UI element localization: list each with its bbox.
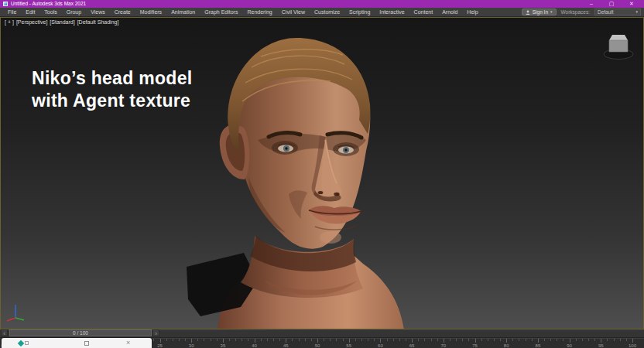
ruler-tick — [374, 339, 375, 341]
ruler-tick — [179, 339, 180, 341]
menu-item-graph-editors[interactable]: Graph Editors — [200, 8, 242, 17]
ruler-tick — [248, 339, 248, 341]
workspace-caret-icon: ▾ — [635, 9, 638, 15]
menu-item-interactive[interactable]: Interactive — [375, 8, 409, 17]
ruler-label: 35 — [221, 343, 226, 348]
ruler-tick — [166, 339, 167, 341]
y-axis — [15, 318, 24, 320]
ruler-label: 45 — [283, 343, 289, 348]
viewport-label-segment-default-shading[interactable]: [Default Shading] — [77, 19, 119, 25]
ruler-tick — [191, 339, 192, 343]
ruler-label: 25 — [157, 343, 163, 348]
viewport-label-segment-standard[interactable]: [Standard] — [50, 19, 74, 25]
ruler-label: 75 — [472, 343, 478, 348]
ruler-label: 80 — [504, 343, 509, 348]
viewcube-top-face[interactable] — [609, 35, 628, 40]
ruler-tick — [601, 339, 601, 343]
window-title: Untitled - Autodesk 3ds Max 2021 — [11, 0, 587, 8]
chin-highlight — [320, 231, 341, 244]
ruler-tick — [412, 339, 413, 343]
ruler-tick — [626, 339, 627, 341]
ruler-tick — [526, 339, 526, 341]
ruler-tick — [311, 339, 312, 341]
ruler-tick — [336, 339, 337, 341]
menu-item-customize[interactable]: Customize — [310, 8, 344, 17]
ruler-tick — [242, 339, 242, 341]
workspace-value: Default — [598, 9, 614, 15]
ruler-tick — [153, 339, 154, 341]
ruler-label: 60 — [378, 343, 383, 348]
menu-item-create[interactable]: Create — [110, 8, 135, 17]
popup-maximize-icon[interactable] — [84, 341, 89, 346]
viewport-label-segment-[interactable]: [ + ] — [5, 19, 14, 25]
menu-item-tools[interactable]: Tools — [39, 8, 61, 17]
ruler-tick — [286, 339, 286, 343]
menu-item-group[interactable]: Group — [62, 8, 86, 17]
ruler-tick — [532, 339, 533, 341]
ruler-tick — [424, 339, 425, 341]
ruler-tick — [418, 339, 419, 341]
ruler-tick — [506, 339, 507, 343]
ruler-tick — [387, 339, 388, 341]
menu-item-help[interactable]: Help — [462, 8, 482, 17]
viewport-label: [ + ][Perspective][Standard][Default Sha… — [5, 19, 118, 25]
menu-item-scripting[interactable]: Scripting — [344, 8, 375, 17]
ruler-tick — [292, 339, 293, 341]
window-controls: – ▢ ✕ — [587, 0, 636, 8]
menubar: FileEditToolsGroupViewsCreateModifiersAn… — [0, 8, 644, 17]
ruler-tick — [582, 339, 583, 341]
ruler-tick — [255, 339, 255, 343]
menu-item-file[interactable]: File — [3, 8, 21, 17]
ruler-tick — [235, 339, 236, 341]
workspace-dropdown[interactable]: Default ▾ — [594, 9, 641, 15]
ruler-tick — [305, 339, 306, 341]
ruler-tick — [475, 339, 476, 343]
menu-item-modifiers[interactable]: Modifiers — [135, 8, 166, 17]
recorder-app-icon — [19, 341, 29, 346]
person-icon — [526, 10, 530, 15]
ruler-tick — [261, 339, 262, 341]
time-slider-handle[interactable]: 0 / 100 — [9, 329, 152, 336]
ruler-tick — [437, 339, 438, 341]
ruler-tick — [607, 339, 608, 341]
app-icon — [3, 2, 8, 6]
caption-line-1: Niko’s head model — [32, 67, 192, 90]
perspective-viewport[interactable]: [ + ][Perspective][Standard][Default Sha… — [0, 17, 644, 329]
ruler-tick — [614, 339, 615, 341]
caption-overlay: Niko’s head model with Agent texture — [32, 67, 192, 112]
previous-frame-button[interactable]: ‹ — [1, 329, 8, 336]
viewcube-front-face[interactable] — [609, 40, 628, 52]
sign-in-label: Sign In — [533, 9, 548, 15]
recorder-popup[interactable]: × — [2, 338, 152, 348]
menu-item-views[interactable]: Views — [86, 8, 110, 17]
ruler-tick — [299, 339, 300, 341]
viewcube[interactable] — [601, 27, 635, 64]
viewport-label-segment-perspective[interactable]: [Perspective] — [16, 19, 47, 25]
menu-item-rendering[interactable]: Rendering — [242, 8, 276, 17]
ruler-tick — [431, 339, 432, 341]
ruler-tick — [368, 339, 368, 341]
popup-close-icon[interactable]: × — [126, 338, 130, 348]
menu-item-animation[interactable]: Animation — [166, 8, 200, 17]
workspaces-label: Workspaces: — [561, 9, 590, 15]
head-model[interactable] — [171, 33, 426, 329]
ruler-label: 30 — [189, 343, 194, 348]
menu-item-edit[interactable]: Edit — [21, 8, 39, 17]
sign-in-caret-icon: ▾ — [550, 9, 553, 15]
ruler-tick — [456, 339, 457, 341]
menu-item-civil-view[interactable]: Civil View — [277, 8, 310, 17]
minimize-button[interactable]: – — [587, 0, 596, 8]
menu-item-content[interactable]: Content — [409, 8, 438, 17]
ruler-label: 90 — [567, 343, 572, 348]
menu-item-arnold[interactable]: Arnold — [437, 8, 462, 17]
ruler-tick — [317, 339, 318, 343]
ruler-tick — [273, 339, 274, 341]
close-button[interactable]: ✕ — [627, 0, 636, 8]
sign-in-button[interactable]: Sign In ▾ — [522, 9, 557, 15]
titlebar: Untitled - Autodesk 3ds Max 2021 – ▢ ✕ — [0, 0, 644, 8]
ruler-label: 65 — [409, 343, 415, 348]
next-frame-button[interactable]: › — [152, 329, 159, 336]
ruler-tick — [468, 339, 469, 341]
maximize-button[interactable]: ▢ — [607, 0, 616, 8]
ruler-tick — [204, 339, 204, 341]
